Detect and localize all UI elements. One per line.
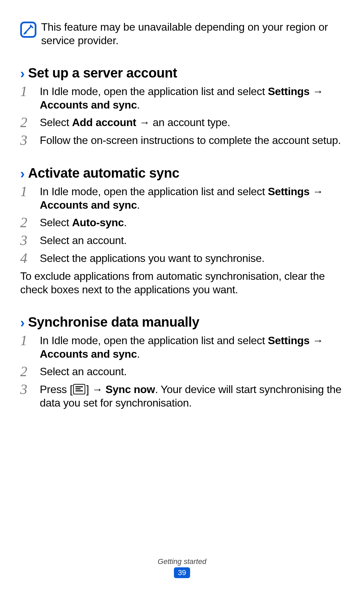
step-number: 1 [20, 333, 32, 348]
steps-list-setup: 1 In Idle mode, open the application lis… [20, 85, 344, 147]
step-number: 4 [20, 251, 32, 265]
page-number: 39 [174, 567, 190, 578]
chevron-right-icon: › [20, 67, 25, 80]
manual-page: This feature may be unavailable dependin… [0, 0, 364, 597]
section-paragraph: To exclude applications from automatic s… [20, 269, 344, 296]
note-icon [20, 22, 36, 38]
step-text: Press [] → Sync now. Your device will st… [40, 383, 344, 410]
step-number: 1 [20, 84, 32, 98]
step-item: 2 Select Add account → an account type. [20, 116, 344, 129]
section-heading-autosync: › Activate automatic sync [20, 166, 344, 181]
step-number: 2 [20, 364, 32, 379]
step-number: 2 [20, 115, 32, 129]
step-item: 1 In Idle mode, open the application lis… [20, 85, 344, 112]
step-number: 1 [20, 184, 32, 199]
step-number: 3 [20, 233, 32, 247]
steps-list-autosync: 1 In Idle mode, open the application lis… [20, 185, 344, 265]
section-title: Synchronise data manually [28, 315, 199, 330]
step-number: 3 [20, 382, 32, 396]
step-text: Select the applications you want to sync… [40, 251, 265, 265]
step-item: 4 Select the applications you want to sy… [20, 251, 344, 265]
step-text: In Idle mode, open the application list … [40, 85, 344, 112]
step-item: 2 Select an account. [20, 365, 344, 379]
step-item: 3 Select an account. [20, 234, 344, 247]
section-title: Activate automatic sync [28, 166, 179, 181]
steps-list-manual: 1 In Idle mode, open the application lis… [20, 334, 344, 410]
page-footer: Getting started 39 [0, 557, 364, 578]
step-text: Select an account. [40, 234, 127, 247]
section-heading-setup: › Set up a server account [20, 65, 344, 81]
step-item: 3 Press [] → Sync now. Your device will … [20, 383, 344, 410]
step-text: Follow the on-screen instructions to com… [40, 133, 341, 147]
step-item: 1 In Idle mode, open the application lis… [20, 334, 344, 361]
chevron-right-icon: › [20, 167, 25, 180]
note-text: This feature may be unavailable dependin… [41, 20, 344, 47]
step-item: 1 In Idle mode, open the application lis… [20, 185, 344, 212]
chevron-right-icon: › [20, 316, 25, 329]
step-text: Select Auto-sync. [40, 216, 127, 229]
step-item: 3 Follow the on-screen instructions to c… [20, 133, 344, 147]
step-text: Select an account. [40, 365, 127, 378]
footer-label: Getting started [0, 557, 364, 566]
note-block: This feature may be unavailable dependin… [20, 20, 344, 47]
step-number: 2 [20, 215, 32, 230]
step-text: Select Add account → an account type. [40, 116, 230, 129]
section-title: Set up a server account [28, 65, 177, 81]
section-heading-manual: › Synchronise data manually [20, 315, 344, 330]
step-text: In Idle mode, open the application list … [40, 334, 344, 361]
menu-button-icon [73, 384, 85, 394]
step-number: 3 [20, 133, 32, 147]
step-text: In Idle mode, open the application list … [40, 185, 344, 212]
step-item: 2 Select Auto-sync. [20, 216, 344, 230]
